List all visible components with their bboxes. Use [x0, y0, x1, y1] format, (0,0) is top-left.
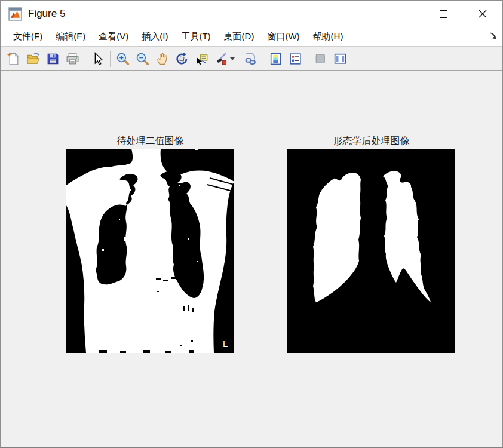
insert-legend-button[interactable] — [286, 49, 305, 69]
toolbar-separator — [263, 51, 263, 67]
show-plot-tools-icon — [333, 51, 348, 66]
link-plot-button[interactable] — [241, 49, 260, 69]
menu-item-tools[interactable]: 工具(T) — [174, 29, 217, 45]
hide-plot-tools-icon — [313, 51, 328, 66]
link-chain-icon — [243, 51, 258, 66]
minimize-icon — [400, 14, 408, 14]
axes-title-right: 形态学后处理图像 — [287, 134, 455, 148]
matlab-figure-icon — [8, 7, 22, 21]
toolbar-separator — [308, 51, 308, 67]
chevron-down-icon — [230, 57, 235, 60]
toolbar-separator — [85, 51, 85, 67]
maximize-icon — [440, 10, 447, 18]
title-bar[interactable]: Figure 5 — [1, 1, 502, 27]
pan-button[interactable] — [152, 49, 172, 69]
arrow-cursor-icon — [90, 51, 105, 66]
zoom-in-icon — [115, 51, 130, 66]
save-figure-button[interactable] — [43, 49, 63, 69]
edit-plot-button[interactable] — [88, 49, 108, 69]
menu-item-desktop[interactable]: 桌面(D) — [217, 29, 261, 45]
save-floppy-icon — [45, 51, 60, 66]
legend-icon — [288, 51, 303, 66]
pan-hand-icon — [155, 51, 170, 66]
menu-item-help[interactable]: 帮助(H) — [306, 29, 350, 45]
figure-canvas: 待处理二值图像 L — [1, 71, 502, 447]
toolbar-separator — [110, 51, 111, 67]
menu-item-edit[interactable]: 编辑(E) — [49, 29, 92, 45]
menu-item-file[interactable]: 文件(F) — [7, 29, 49, 45]
binary-image-before: L — [66, 149, 234, 353]
data-cursor-icon — [194, 51, 209, 66]
show-plot-tools-button[interactable] — [330, 49, 350, 69]
open-folder-icon — [26, 51, 41, 66]
axes-title-left: 待处理二值图像 — [66, 134, 234, 148]
rotate-3d-icon — [174, 51, 189, 66]
window-title: Figure 5 — [28, 8, 65, 20]
zoom-out-button[interactable] — [133, 49, 152, 69]
zoom-out-icon — [135, 51, 150, 66]
brush-icon — [214, 51, 229, 66]
axes-left: 待处理二值图像 L — [66, 134, 234, 353]
binary-image-after — [287, 149, 455, 353]
open-file-button[interactable] — [23, 49, 43, 69]
figure-toolbar — [1, 47, 502, 71]
maximize-button[interactable] — [424, 1, 463, 27]
orientation-marker-L: L — [223, 339, 228, 349]
hide-plot-tools-button[interactable] — [311, 49, 330, 69]
menu-item-window[interactable]: 窗口(W) — [260, 29, 306, 45]
insert-colorbar-button[interactable] — [266, 49, 286, 69]
figure-window: Figure 5 文件(F)编辑(E)查看(V)插入(I)工具(T)桌面(D)窗… — [0, 0, 503, 448]
brush-dropdown-button[interactable] — [229, 49, 235, 69]
data-cursor-button[interactable] — [192, 49, 211, 69]
rotate-3d-button[interactable] — [172, 49, 192, 69]
toolbar-separator — [238, 51, 238, 67]
colorbar-icon — [268, 51, 283, 66]
new-document-icon — [6, 51, 21, 66]
axes-right: 形态学后处理图像 — [287, 134, 455, 353]
print-figure-button[interactable] — [63, 49, 82, 69]
close-button[interactable] — [463, 1, 502, 27]
zoom-in-button[interactable] — [113, 49, 133, 69]
menu-item-insert[interactable]: 插入(I) — [135, 29, 174, 45]
dock-figure-icon[interactable] — [488, 31, 498, 41]
new-figure-button[interactable] — [4, 49, 23, 69]
menu-item-view[interactable]: 查看(V) — [92, 29, 135, 45]
printer-icon — [65, 51, 80, 66]
minimize-button[interactable] — [384, 1, 424, 27]
menu-bar: 文件(F)编辑(E)查看(V)插入(I)工具(T)桌面(D)窗口(W)帮助(H) — [1, 27, 502, 47]
close-icon — [479, 10, 487, 18]
